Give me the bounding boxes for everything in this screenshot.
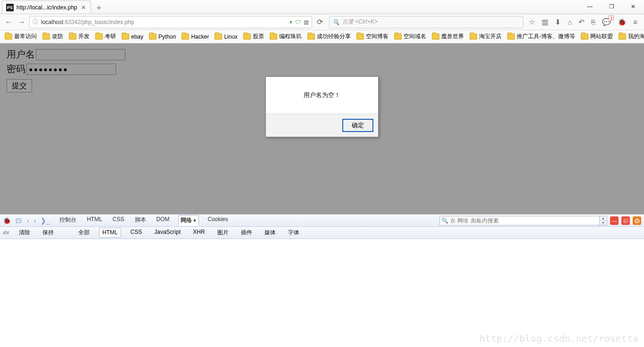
minimize-button[interactable]: — (579, 0, 601, 14)
devtools-panel: 🐞 ⮹ ‹ › ❯_ 控制台HTMLCSS脚本DOM网络▼Cookies 🔍 ▲… (0, 214, 644, 344)
search-box[interactable]: 🔍 百度 <Ctrl+K> (329, 16, 523, 28)
bookmark-label: Python (158, 33, 176, 40)
bookmark-label: ebay (131, 33, 143, 40)
search-icon: 🔍 (332, 19, 339, 25)
bookmark-item[interactable]: Python (147, 33, 178, 41)
bug-icon[interactable]: 🐞 (618, 18, 627, 26)
devtools-type[interactable]: 字体 (285, 228, 302, 238)
maximize-button[interactable]: ❐ (601, 0, 622, 14)
bookmark-label: 开发 (78, 33, 90, 41)
bookmark-item[interactable]: Linux (213, 33, 239, 41)
home-icon[interactable]: ⌂ (568, 18, 572, 26)
devtools-toolbar: 🐞 ⮹ ‹ › ❯_ 控制台HTMLCSS脚本DOM网络▼Cookies 🔍 ▲… (0, 215, 644, 227)
devtools-tab[interactable]: 网络▼ (178, 215, 199, 226)
shield-icon[interactable]: 🛡 (295, 19, 301, 25)
devtools-tab[interactable]: Cookies (206, 215, 230, 226)
devtools-pop-button[interactable]: ◱ (621, 216, 630, 225)
bookmark-item[interactable]: 成功经验分享 (305, 32, 353, 41)
dropdown-icon[interactable]: ▾ (289, 19, 292, 25)
folder-icon (394, 33, 402, 40)
next-icon[interactable]: › (34, 217, 36, 224)
url-box[interactable]: ⓘ localhost:63342/php_basic/index.php ▾ … (29, 16, 312, 28)
bookmark-label: 空间博客 (366, 33, 388, 41)
devtools-close-button[interactable]: ⏻ (633, 216, 641, 225)
bookmark-item[interactable]: 股票 (241, 32, 266, 41)
bookmark-item[interactable]: 空间博客 (355, 32, 390, 41)
folder-icon (507, 33, 515, 40)
devtools-search-input[interactable] (439, 216, 600, 225)
folder-icon (182, 33, 189, 40)
folder-icon (69, 33, 76, 40)
back-button[interactable]: ← (3, 17, 14, 28)
alert-overlay: 用户名为空！ 确定 (0, 43, 644, 214)
devtools-filter[interactable]: 清除 (16, 228, 33, 238)
devtools-type[interactable]: JavaScript (151, 228, 183, 238)
devtools-tab[interactable]: HTML (85, 215, 104, 226)
bookmark-item[interactable]: ebay (120, 33, 145, 41)
forward-button[interactable]: → (16, 17, 27, 28)
devtools-type[interactable]: 全部 (75, 228, 92, 238)
devtools-min-button[interactable]: — (610, 216, 619, 225)
alert-message: 用户名为空！ (266, 77, 378, 114)
tab-favicon: PS (6, 4, 14, 11)
devtools-type[interactable]: XHR (190, 228, 207, 238)
browser-tab[interactable]: PS http://local...ic/index.php ✕ (2, 0, 91, 14)
xhr-icon[interactable]: xhr (3, 230, 9, 235)
alert-ok-button[interactable]: 确定 (342, 119, 373, 132)
devtools-tab[interactable]: 脚本 (133, 215, 148, 226)
chat-icon[interactable]: 💬 (602, 18, 611, 26)
bookmark-item[interactable]: 淘宝开店 (468, 32, 504, 41)
devtools-tabs: 控制台HTMLCSS脚本DOM网络▼Cookies (58, 215, 230, 226)
devtools-tab[interactable]: DOM (155, 215, 172, 226)
menu-icon[interactable]: ≡ (633, 18, 637, 26)
address-bar: ← → ⓘ localhost:63342/php_basic/index.ph… (0, 14, 644, 30)
devtools-tab[interactable]: CSS (111, 215, 126, 226)
devtools-filter[interactable]: 保持 (40, 228, 57, 238)
bookmark-label: 我的淘宝 (628, 33, 644, 41)
close-window-button[interactable]: ✕ (622, 0, 644, 14)
bookmark-item[interactable]: 推广工具-博客、微博等 (505, 32, 577, 41)
devtools-tab[interactable]: 控制台 (58, 215, 78, 226)
firebug-icon[interactable]: 🐞 (3, 217, 11, 224)
bookmark-item[interactable]: 空间域名 (392, 32, 428, 41)
folder-icon (149, 33, 157, 40)
bookmark-label: 股票 (253, 33, 264, 41)
bookmark-item[interactable]: Hacker (180, 33, 211, 41)
devtools-type[interactable]: 媒体 (262, 228, 279, 238)
tab-close-icon[interactable]: ✕ (80, 4, 87, 11)
library-icon[interactable]: ▥ (542, 18, 548, 26)
bookmark-item[interactable]: 魔兽世界 (430, 32, 466, 41)
prev-icon[interactable]: ‹ (27, 217, 29, 224)
undo-icon[interactable]: ↶ (578, 18, 585, 26)
folder-icon (122, 33, 129, 40)
bookmark-label: 空间域名 (404, 33, 426, 41)
bookmark-item[interactable]: 我的淘宝 (617, 32, 644, 41)
bookmark-item[interactable]: 网站联盟 (579, 32, 615, 41)
new-tab-button[interactable]: + (93, 2, 105, 14)
bookmark-item[interactable]: 开发 (67, 32, 91, 41)
site-info-icon[interactable]: ⓘ (33, 18, 38, 26)
qr-icon[interactable]: ▦ (304, 19, 309, 25)
folder-icon (95, 33, 103, 40)
console-icon[interactable]: ❯_ (41, 217, 50, 224)
clip-icon[interactable]: ⎘ (591, 18, 595, 26)
devtools-types: 全部HTMLCSSJavaScriptXHR图片插件媒体字体 (75, 228, 302, 238)
devtools-type[interactable]: CSS (128, 228, 145, 238)
inspect-icon[interactable]: ⮹ (16, 217, 22, 224)
bookmark-item[interactable]: 最常访问 (3, 32, 39, 41)
bookmark-item[interactable]: 攻防 (41, 32, 65, 41)
star-icon[interactable]: ☆ (529, 18, 535, 26)
download-icon[interactable]: ⬇ (555, 18, 561, 26)
search-stepper[interactable]: ▲▼ (600, 216, 607, 225)
folder-icon (215, 33, 222, 40)
bookmark-item[interactable]: 考研 (93, 32, 118, 41)
folder-icon (581, 33, 588, 40)
browser-titlebar: PS http://local...ic/index.php ✕ + — ❐ ✕ (0, 0, 644, 14)
bookmark-item[interactable]: 编程珠玑 (268, 32, 304, 41)
devtools-type[interactable]: HTML (99, 228, 121, 238)
devtools-type[interactable]: 图片 (215, 228, 231, 238)
reload-button[interactable]: ⟳ (314, 17, 325, 28)
devtools-type[interactable]: 插件 (238, 228, 255, 238)
devtools-content (0, 239, 644, 344)
folder-icon (270, 33, 277, 40)
